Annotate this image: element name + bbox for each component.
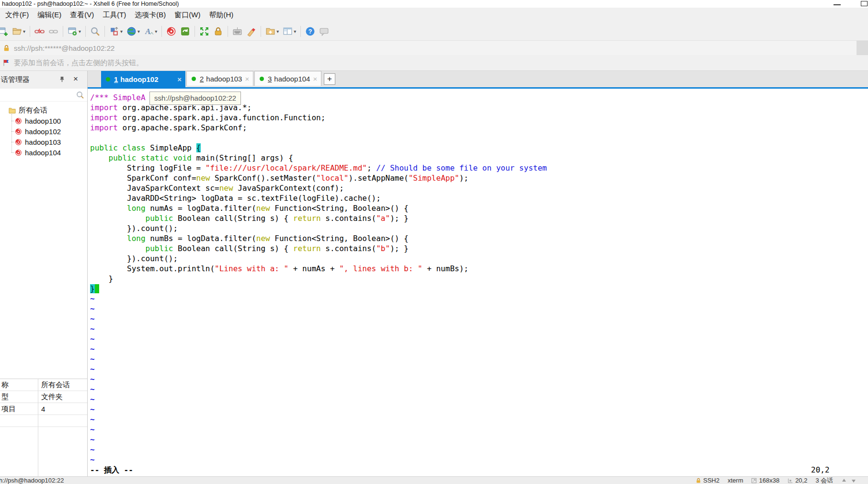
tab-hadoop103[interactable]: 2hadoop103× bbox=[186, 71, 253, 86]
search-icon[interactable] bbox=[76, 91, 84, 99]
lock-screen-button[interactable] bbox=[212, 25, 225, 38]
tab-label: hadoop102 bbox=[120, 75, 158, 83]
scroll-up-icon[interactable] bbox=[841, 478, 849, 484]
session-name: hadoop102 bbox=[25, 127, 61, 136]
highlight-pen-button[interactable] bbox=[245, 25, 258, 38]
session-manager-panel: 话管理器 × 所有会话 hadoop100hadoop102hadoop103h… bbox=[0, 71, 88, 476]
terminal-tilde-line: ~ bbox=[90, 384, 868, 394]
new-session-folder-icon bbox=[265, 26, 275, 36]
disconnect-button[interactable] bbox=[33, 25, 46, 38]
font-icon: A bbox=[144, 26, 154, 36]
session-properties-button[interactable]: ▾ bbox=[66, 25, 82, 38]
tab-hadoop104[interactable]: 3hadoop104× bbox=[254, 71, 321, 86]
open-session-icon bbox=[12, 26, 22, 36]
reconnect-button[interactable] bbox=[47, 25, 60, 38]
menu-item-5[interactable]: 窗口(W) bbox=[170, 9, 205, 22]
menu-item-6[interactable]: 帮助(H) bbox=[205, 9, 238, 22]
dropdown-arrow-icon[interactable]: ▾ bbox=[294, 29, 296, 34]
dropdown-arrow-icon[interactable]: ▾ bbox=[137, 29, 140, 34]
connected-dot-icon bbox=[260, 77, 264, 81]
tile-windows-button[interactable]: ▾ bbox=[281, 25, 297, 38]
help-icon: ? bbox=[305, 26, 315, 36]
session-name: hadoop103 bbox=[25, 138, 61, 146]
session-folder-all[interactable]: 所有会话 bbox=[0, 105, 87, 115]
tab-close-icon[interactable]: × bbox=[242, 75, 249, 83]
session-item-hadoop104[interactable]: hadoop104 bbox=[0, 147, 87, 158]
session-item-hadoop100[interactable]: hadoop100 bbox=[0, 115, 87, 126]
address-bar-scroll[interactable] bbox=[857, 41, 868, 55]
dropdown-arrow-icon[interactable]: ▾ bbox=[276, 29, 279, 34]
notice-bar: 要添加当前会话，点击左侧的箭头按钮。 bbox=[0, 55, 868, 71]
toolbar-separator bbox=[104, 26, 105, 37]
session-item-hadoop102[interactable]: hadoop102 bbox=[0, 126, 87, 137]
open-session-button[interactable]: ▾ bbox=[11, 25, 27, 38]
help-button[interactable]: ? bbox=[304, 25, 317, 38]
xshell-session-button[interactable] bbox=[165, 25, 178, 38]
dropdown-arrow-icon[interactable]: ▾ bbox=[79, 29, 81, 34]
menu-item-4[interactable]: 选项卡(B) bbox=[130, 9, 170, 22]
session-search-box[interactable] bbox=[0, 89, 87, 102]
session-icon bbox=[15, 117, 22, 125]
maximize-button[interactable] bbox=[861, 1, 868, 6]
property-value: 4 bbox=[38, 405, 45, 413]
vim-mode-line: -- 插入 --20,2 bbox=[90, 465, 868, 475]
panel-close-icon[interactable]: × bbox=[73, 75, 78, 83]
fullscreen-icon bbox=[199, 26, 209, 36]
window-title: hadoop102 - psh@hadoop102:~ - Xshell 6 (… bbox=[2, 0, 179, 7]
ssh-lock-icon bbox=[696, 478, 701, 484]
new-terminal-button[interactable] bbox=[0, 25, 10, 38]
minimize-button[interactable] bbox=[834, 4, 841, 5]
address-text[interactable]: ssh://psh:******@hadoop102:22 bbox=[14, 44, 114, 52]
toolbar-separator bbox=[63, 26, 63, 37]
terminal-line: long numAs = logData.filter(new Function… bbox=[90, 203, 868, 213]
xshell-session-icon bbox=[166, 26, 176, 36]
encoding-globe-button[interactable]: ▾ bbox=[125, 25, 141, 38]
new-tab-button[interactable]: + bbox=[324, 73, 335, 85]
tab-bar: 1hadoop102×2hadoop103×3hadoop104× + bbox=[88, 71, 868, 89]
session-item-hadoop103[interactable]: hadoop103 bbox=[0, 137, 87, 147]
menu-item-3[interactable]: 工具(T) bbox=[98, 9, 130, 22]
virtual-keyboard-button[interactable] bbox=[231, 25, 244, 38]
fullscreen-button[interactable] bbox=[198, 25, 211, 38]
session-icon bbox=[15, 138, 22, 146]
address-bar[interactable]: ssh://psh:******@hadoop102:22 bbox=[0, 40, 868, 55]
resize-icon bbox=[751, 478, 757, 484]
encoding-globe-icon bbox=[126, 26, 137, 36]
tab-hadoop102[interactable]: 1hadoop102× bbox=[101, 71, 185, 87]
flag-icon bbox=[2, 59, 10, 67]
terminal-screen[interactable]: /*** SimpleAimport org.apache.spark.api.… bbox=[88, 89, 868, 476]
xftp-transfer-icon bbox=[180, 26, 190, 36]
terminal-tilde-line: ~ bbox=[90, 344, 868, 354]
terminal-tilde-line: ~ bbox=[90, 425, 868, 435]
terminal-tilde-line: ~ bbox=[90, 324, 868, 334]
compose-button[interactable]: ▾ bbox=[108, 25, 124, 38]
dropdown-arrow-icon[interactable]: ▾ bbox=[120, 29, 123, 34]
terminal-line: public class SimpleApp { bbox=[90, 143, 868, 153]
new-terminal-icon bbox=[0, 26, 8, 36]
terminal-line bbox=[90, 133, 868, 143]
terminal-tilde-line: ~ bbox=[90, 435, 868, 445]
terminal-tilde-line: ~ bbox=[90, 354, 868, 364]
properties-table: 称所有会话型文件夹项目4 bbox=[0, 379, 87, 476]
menu-item-1[interactable]: 编辑(E) bbox=[33, 9, 66, 22]
terminal-tilde-line: ~ bbox=[90, 394, 868, 404]
property-row: 项目4 bbox=[0, 403, 87, 415]
tab-close-icon[interactable]: × bbox=[310, 75, 317, 83]
terminal-tilde-line: ~ bbox=[90, 314, 868, 324]
new-session-folder-button[interactable]: ▾ bbox=[264, 25, 280, 38]
disconnect-icon bbox=[34, 26, 45, 36]
dropdown-arrow-icon[interactable]: ▾ bbox=[23, 29, 25, 34]
menu-item-0[interactable]: 文件(F) bbox=[1, 9, 33, 22]
feedback-bubble-button[interactable] bbox=[318, 25, 331, 38]
vim-ruler: 20,2 bbox=[811, 465, 830, 475]
tab-close-icon[interactable]: × bbox=[174, 75, 182, 83]
pin-icon[interactable] bbox=[58, 76, 66, 83]
dropdown-arrow-icon[interactable]: ▾ bbox=[155, 29, 157, 34]
font-button[interactable]: A▾ bbox=[142, 25, 159, 38]
status-protocol: SSH2 bbox=[696, 477, 720, 484]
scroll-down-icon[interactable] bbox=[851, 478, 858, 484]
xftp-transfer-button[interactable] bbox=[179, 25, 192, 38]
menu-item-2[interactable]: 查看(V) bbox=[66, 9, 98, 22]
find-button[interactable] bbox=[89, 25, 102, 38]
status-cursor-position: 20,2 bbox=[788, 477, 807, 484]
